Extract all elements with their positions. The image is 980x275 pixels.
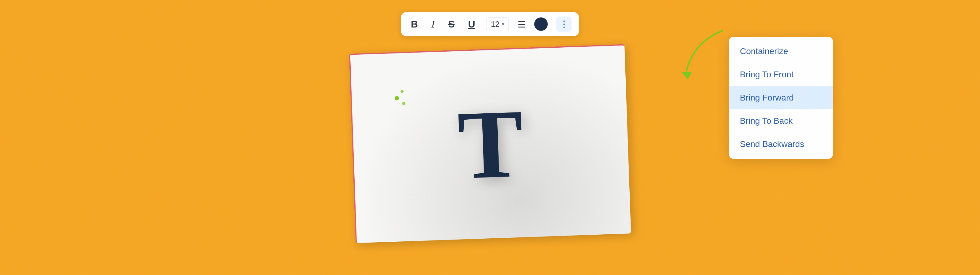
sparkle-dot <box>395 96 399 100</box>
font-size-control[interactable]: 12 ▾ <box>486 17 509 31</box>
more-options-button[interactable] <box>557 16 572 32</box>
dot-icon <box>563 24 565 25</box>
dot-icon <box>563 27 565 28</box>
menu-item-send-backwards[interactable]: Send Backwards <box>729 133 833 156</box>
menu-item-bring-forward[interactable]: Bring Forward <box>729 86 833 109</box>
align-button[interactable]: ☰ <box>517 19 526 30</box>
font-size-value: 12 <box>491 19 500 29</box>
strikethrough-button[interactable]: S <box>445 18 457 30</box>
text-placeholder-icon: T <box>456 94 525 194</box>
menu-item-containerize[interactable]: Containerize <box>729 40 833 63</box>
toolbar: B I S U 12 ▾ ☰ <box>401 12 579 36</box>
bold-button[interactable]: B <box>408 18 420 30</box>
underline-button[interactable]: U <box>466 18 478 30</box>
menu-item-bring-to-front[interactable]: Bring To Front <box>729 63 833 86</box>
sparkle-dot <box>401 90 404 93</box>
color-picker-button[interactable] <box>535 17 548 31</box>
dot-icon <box>563 21 565 22</box>
svg-marker-0 <box>681 72 692 79</box>
sparkle-dot <box>402 102 405 105</box>
menu-item-bring-to-back[interactable]: Bring To Back <box>729 109 833 133</box>
italic-button[interactable]: I <box>429 18 438 30</box>
chevron-down-icon: ▾ <box>502 21 504 27</box>
arrow-connector <box>668 24 729 85</box>
canvas-area: T <box>349 44 631 243</box>
context-menu: Containerize Bring To Front Bring Forwar… <box>729 37 833 159</box>
